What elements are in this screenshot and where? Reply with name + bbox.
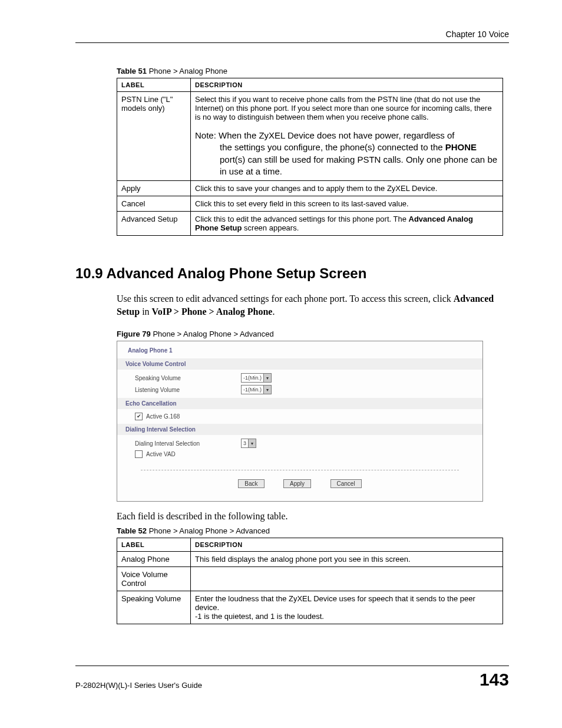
note-indent: the settings you configure, the phone(s)… — [195, 141, 498, 177]
th-desc: Description — [191, 78, 503, 92]
select-value: -1(Min.) — [243, 387, 262, 393]
chevron-down-icon: ▾ — [263, 374, 271, 382]
table-row: Advanced Setup Click this to edit the ad… — [117, 212, 503, 236]
page-number: 143 — [480, 670, 509, 690]
dialing-interval-label: Dialing Interval Selection — [135, 440, 241, 447]
table-row: Speaking Volume Enter the loudness that … — [117, 591, 503, 624]
table-header-row: Label Description — [117, 78, 503, 92]
apply-button[interactable]: Apply — [283, 479, 311, 488]
fig-title: Analog Phone 1 — [117, 341, 482, 356]
note-block: Note: When the ZyXEL Device does not hav… — [195, 130, 498, 177]
cancel-button[interactable]: Cancel — [330, 479, 362, 488]
figure79-box: Analog Phone 1 Voice Volume Control Spea… — [117, 341, 483, 502]
desc-post: screen appears. — [242, 223, 299, 232]
th-label: Label — [117, 78, 191, 92]
fig-sec-echo: Echo Cancellation — [117, 398, 482, 409]
cell-desc: Click this to edit the advanced settings… — [191, 212, 503, 236]
desc-main: Select this if you want to receive phone… — [195, 95, 492, 121]
intro-post: . — [272, 307, 275, 317]
table51-caption-text: Phone > Analog Phone — [147, 67, 227, 75]
cell-desc: This field displays the analog phone por… — [191, 551, 503, 566]
table51-caption-num: Table 51 — [117, 67, 147, 75]
th-label: Label — [117, 538, 191, 551]
select-value: 3 — [243, 440, 246, 446]
table-row: Analog Phone This field displays the ana… — [117, 551, 503, 566]
fig-row-vad: Active VAD — [117, 449, 482, 459]
listening-volume-select[interactable]: -1(Min.) ▾ — [241, 385, 272, 394]
note-lead: Note: When the ZyXEL Device does not hav… — [195, 130, 455, 140]
table-header-row: Label Description — [117, 538, 503, 551]
cell-desc: Enter the loudness that the ZyXEL Device… — [191, 591, 503, 624]
fig-row-g168: ✔ Active G.168 — [117, 411, 482, 421]
cell-label: Analog Phone — [117, 551, 191, 566]
fig-row-dialint: Dialing Interval Selection 3 ▾ — [117, 437, 482, 449]
cell-label: Speaking Volume — [117, 591, 191, 624]
dialing-interval-select[interactable]: 3 ▾ — [241, 439, 256, 448]
cell-desc: Click this to set every field in this sc… — [191, 196, 503, 212]
intro-mid: in — [140, 307, 151, 317]
cell-desc — [191, 566, 503, 591]
figure79-caption-num: Figure 79 — [117, 330, 151, 338]
vad-checkbox[interactable] — [135, 450, 143, 458]
table52-caption-text: Phone > Analog Phone > Advanced — [147, 526, 270, 535]
page-footer: P-2802H(W)(L)-I Series User's Guide 143 — [75, 666, 509, 690]
figure79-caption-text: Phone > Analog Phone > Advanced — [151, 330, 274, 338]
table52-caption-num: Table 52 — [117, 526, 147, 535]
fig-sec-voice: Voice Volume Control — [117, 358, 482, 370]
cell-label: Cancel — [117, 196, 191, 212]
back-button[interactable]: Back — [238, 479, 264, 488]
listening-volume-label: Listening Volume — [135, 387, 241, 393]
fig-sec-dialing: Dialing Interval Selection — [117, 424, 482, 435]
table51-caption: Table 51 Phone > Analog Phone — [117, 67, 509, 75]
fig-row-speaking: Speaking Volume -1(Min.) ▾ — [117, 372, 482, 384]
page: Chapter 10 Voice Table 51 Phone > Analog… — [0, 0, 562, 713]
chevron-down-icon: ▾ — [263, 386, 271, 394]
fig-button-row: Back Apply Cancel — [141, 470, 459, 488]
table-row: PSTN Line ("L" models only) Select this … — [117, 92, 503, 181]
speaking-volume-label: Speaking Volume — [135, 375, 241, 381]
cell-label: PSTN Line ("L" models only) — [117, 92, 191, 181]
intro-paragraph: Use this screen to edit advanced setting… — [117, 292, 509, 318]
note-part2: port(s) can still be used for making PST… — [220, 154, 497, 176]
select-value: -1(Min.) — [243, 375, 262, 381]
figure79-caption: Figure 79 Phone > Analog Phone > Advance… — [117, 330, 509, 338]
chevron-down-icon: ▾ — [248, 439, 256, 447]
g168-checkbox[interactable]: ✔ — [135, 413, 143, 420]
footer-left: P-2802H(W)(L)-I Series User's Guide — [75, 681, 202, 690]
cell-label: Voice Volume Control — [117, 566, 191, 591]
table52: Label Description Analog Phone This fiel… — [117, 538, 503, 624]
note-part1: the settings you configure, the phone(s)… — [220, 142, 445, 152]
cell-desc: Click this to save your changes and to a… — [191, 181, 503, 196]
table-row: Cancel Click this to set every field in … — [117, 196, 503, 212]
fig-row-listening: Listening Volume -1(Min.) ▾ — [117, 384, 482, 396]
th-desc: Description — [191, 538, 503, 551]
cell-label: Apply — [117, 181, 191, 196]
desc-pre: Click this to edit the advanced settings… — [195, 215, 409, 223]
g168-label: Active G.168 — [146, 413, 180, 420]
table52-caption: Table 52 Phone > Analog Phone > Advanced — [117, 526, 509, 535]
chapter-header: Chapter 10 Voice — [75, 29, 509, 43]
intro-pre: Use this screen to edit advanced setting… — [117, 294, 454, 304]
section-heading: 10.9 Advanced Analog Phone Setup Screen — [75, 265, 509, 282]
intro-b2: VoIP > Phone > Analog Phone — [152, 307, 273, 317]
table-row: Voice Volume Control — [117, 566, 503, 591]
cell-desc: Select this if you want to receive phone… — [191, 92, 503, 181]
note-bold: PHONE — [445, 142, 477, 152]
speaking-volume-select[interactable]: -1(Min.) ▾ — [241, 373, 272, 383]
table51: Label Description PSTN Line ("L" models … — [117, 78, 503, 236]
table-row: Apply Click this to save your changes an… — [117, 181, 503, 196]
body-text-2: Each field is described in the following… — [117, 510, 509, 523]
cell-label: Advanced Setup — [117, 212, 191, 236]
vad-label: Active VAD — [146, 451, 176, 457]
